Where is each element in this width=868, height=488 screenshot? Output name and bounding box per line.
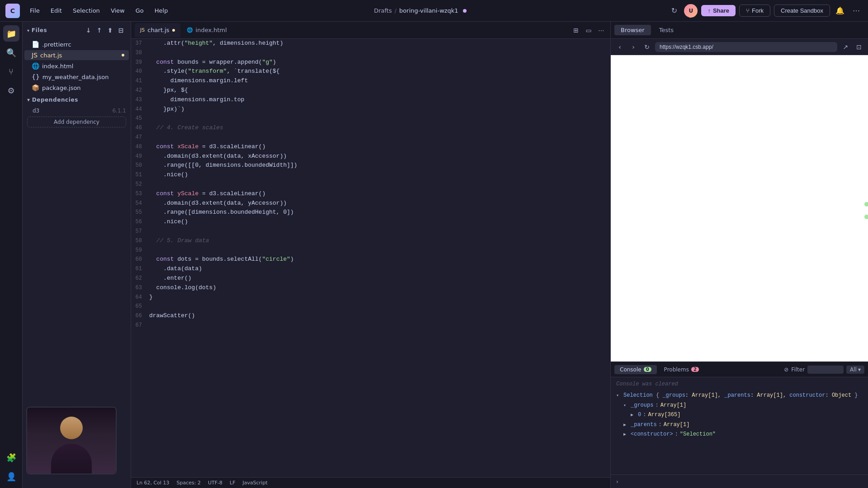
status-line-endings[interactable]: LF (230, 480, 235, 486)
code-line-43[interactable]: 43 dimensions.margin.top (131, 95, 610, 105)
code-line-59[interactable]: 59 (131, 246, 610, 255)
code-line-42[interactable]: 42 }px, ${ (131, 86, 610, 95)
avatar[interactable]: U (684, 4, 698, 18)
file-item-weatherdata[interactable]: {} my_weather_data.json (24, 72, 129, 82)
status-spaces[interactable]: Spaces: 2 (177, 480, 201, 486)
tab-browser[interactable]: Browser (614, 25, 651, 35)
code-line-63[interactable]: 63 console.log(dots) (131, 283, 610, 293)
menu-view[interactable]: View (106, 5, 129, 16)
console-tree-constructor[interactable]: ▶ <constructor> : "Selection" (616, 430, 863, 440)
app-logo[interactable]: C (5, 4, 20, 18)
tree-expand-constructor[interactable]: ▶ (623, 431, 629, 439)
status-encoding[interactable]: UTF-8 (208, 480, 222, 486)
code-line-51[interactable]: 51 .nice() (131, 170, 610, 180)
tab-chartjs[interactable]: JS chart.js (135, 23, 180, 38)
console-tree-groups[interactable]: ▾ _groups : Array[1] (616, 401, 863, 411)
code-line-49[interactable]: 49 .domain(d3.extent(data, xAccessor)) (131, 152, 610, 161)
browser-url-input[interactable] (655, 42, 837, 52)
menu-file[interactable]: File (25, 5, 44, 16)
menu-go[interactable]: Go (131, 5, 148, 16)
console-tree-parents[interactable]: ▶ _parents : Array[1] (616, 420, 863, 430)
activity-files-icon[interactable]: 📁 (3, 25, 19, 42)
dependencies-section-header[interactable]: ▾ Dependencies (23, 93, 131, 107)
console-tab-problems[interactable]: Problems 2 (659, 365, 704, 374)
menu-edit[interactable]: Edit (46, 5, 66, 16)
breadcrumb-drafts[interactable]: Drafts (374, 7, 392, 14)
editor-more-icon[interactable]: ⋯ (596, 25, 607, 36)
create-sandbox-button[interactable]: Create Sandbox (774, 5, 830, 17)
code-line-40[interactable]: 40 .style("transform", `translate(${ (131, 67, 610, 76)
browser-fullscreen-icon[interactable]: ⊡ (854, 42, 864, 52)
files-section-header[interactable]: ▾ Files ↓ ↑ ⬆ ⊟ (23, 22, 131, 39)
code-line-60[interactable]: 60 const dots = bounds.selectAll("circle… (131, 255, 610, 264)
more-options-icon[interactable]: ⋯ (850, 5, 863, 17)
code-line-52[interactable]: 52 (131, 180, 610, 189)
code-line-44[interactable]: 44 }px)`) (131, 105, 610, 114)
file-item-chartjs[interactable]: JS chart.js (24, 50, 129, 60)
code-editor[interactable]: 37 .attr("height", dimensions.height)38 … (131, 39, 610, 477)
code-line-57[interactable]: 57 (131, 227, 610, 236)
file-item-prettierrc[interactable]: 📄 .prettierrc (24, 39, 129, 49)
browser-open-new-icon[interactable]: ↗ (840, 42, 851, 52)
status-language[interactable]: JavaScript (243, 480, 268, 486)
code-line-67[interactable]: 67 (131, 321, 610, 330)
refresh-icon[interactable]: ↻ (668, 5, 680, 17)
tree-expand-root[interactable]: ▾ (616, 392, 622, 400)
status-ln-col[interactable]: Ln 62, Col 13 (137, 480, 170, 486)
code-line-37[interactable]: 37 .attr("height", dimensions.height) (131, 39, 610, 48)
share-button[interactable]: ↑ Share (701, 5, 736, 16)
console-tree-0[interactable]: ▶ 0 : Array[365] (616, 410, 863, 420)
activity-extensions-icon[interactable]: 🧩 (3, 449, 19, 465)
activity-user-icon[interactable]: 👤 (3, 468, 19, 484)
code-line-50[interactable]: 50 .range([[0, dimensions.boundedWidth]]… (131, 161, 610, 170)
code-line-53[interactable]: 53 const yScale = d3.scaleLinear() (131, 189, 610, 199)
code-line-41[interactable]: 41 dimensions.margin.left (131, 76, 610, 86)
code-line-61[interactable]: 61 .data(data) (131, 264, 610, 274)
collapse-icon[interactable]: ⊟ (116, 25, 126, 35)
code-line-55[interactable]: 55 .range([dimensions.boundedHeight, 0]) (131, 208, 610, 217)
activity-settings-icon[interactable]: ⚙ (3, 82, 19, 99)
code-line-64[interactable]: 64} (131, 293, 610, 302)
new-folder-icon[interactable]: ↑ (94, 25, 104, 35)
tree-expand-0[interactable]: ▶ (631, 411, 636, 419)
activity-search-icon[interactable]: 🔍 (3, 44, 19, 61)
code-line-65[interactable]: 65 (131, 302, 610, 311)
editor-layout-icon[interactable]: ▭ (583, 25, 594, 36)
menu-selection[interactable]: Selection (68, 5, 104, 16)
filter-input[interactable] (807, 366, 844, 374)
filter-all-dropdown[interactable]: All ▾ (846, 366, 864, 374)
bell-icon[interactable]: 🔔 (834, 5, 846, 17)
split-editor-icon[interactable]: ⊞ (571, 25, 581, 36)
menu-help[interactable]: Help (150, 5, 173, 16)
console-tree-root[interactable]: ▾ Selection { _groups: Array[1], _parent… (616, 391, 863, 401)
browser-back-icon[interactable]: ‹ (614, 42, 625, 52)
line-number: 47 (131, 133, 149, 142)
tree-expand-groups[interactable]: ▾ (623, 402, 629, 410)
tab-tests[interactable]: Tests (653, 25, 680, 35)
new-file-icon[interactable]: ↓ (84, 25, 94, 35)
code-line-38[interactable]: 38 (131, 48, 610, 58)
browser-forward-icon[interactable]: › (628, 42, 639, 52)
upload-icon[interactable]: ⬆ (105, 25, 115, 35)
code-line-56[interactable]: 56 .nice() (131, 217, 610, 227)
code-line-62[interactable]: 62 .enter() (131, 274, 610, 283)
code-line-58[interactable]: 58 // 5. Draw data (131, 236, 610, 246)
file-item-indexhtml[interactable]: 🌐 index.html (24, 61, 129, 71)
activity-git-icon[interactable]: ⑂ (3, 63, 19, 80)
add-dependency-button[interactable]: Add dependency (27, 117, 126, 127)
dependency-d3[interactable]: d3 6.1.1 (23, 107, 131, 115)
browser-refresh-icon[interactable]: ↻ (642, 42, 652, 52)
fork-button[interactable]: ⑂ Fork (739, 5, 770, 17)
code-line-46[interactable]: 46 // 4. Create scales (131, 123, 610, 133)
code-line-54[interactable]: 54 .domain(d3.extent(data, yAccessor)) (131, 199, 610, 208)
sandbox-name[interactable]: boring-villani-wzqk1 (399, 7, 458, 14)
code-line-66[interactable]: 66drawScatter() (131, 311, 610, 321)
code-line-48[interactable]: 48 const xScale = d3.scaleLinear() (131, 142, 610, 152)
tree-expand-parents[interactable]: ▶ (623, 421, 629, 429)
code-line-39[interactable]: 39 const bounds = wrapper.append("g") (131, 58, 610, 67)
code-line-47[interactable]: 47 (131, 133, 610, 142)
console-tab-console[interactable]: Console 0 (614, 365, 657, 374)
file-item-packagejson[interactable]: 📦 package.json (24, 83, 129, 93)
tab-indexhtml[interactable]: 🌐 index.html (181, 23, 232, 38)
code-line-45[interactable]: 45 (131, 114, 610, 123)
